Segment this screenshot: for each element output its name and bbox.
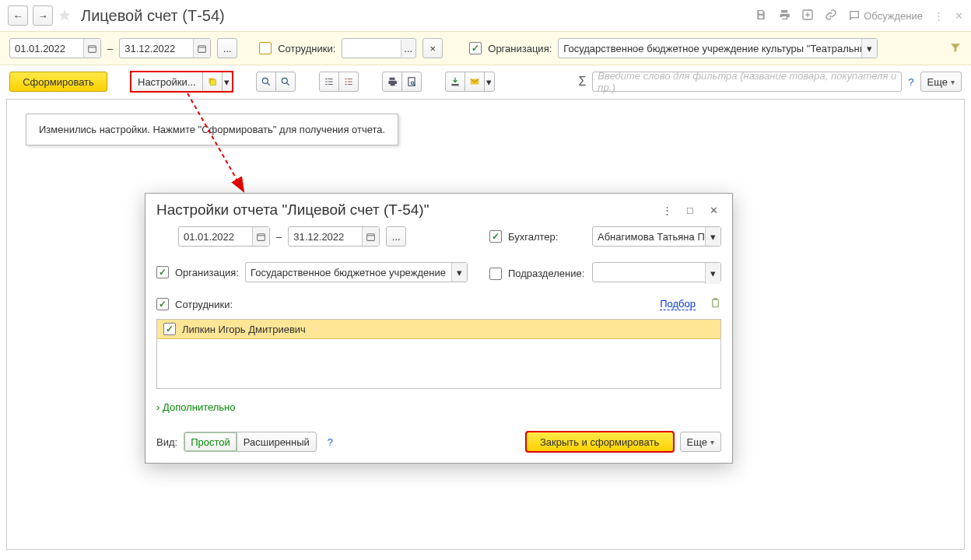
save-icon[interactable]	[755, 9, 767, 23]
settings-button-group: Настройки... ▾	[131, 72, 233, 92]
close-icon[interactable]: ✕	[955, 10, 963, 22]
date-from-field[interactable]: 01.01.2022	[9, 38, 101, 58]
ellipsis-icon[interactable]: ...	[401, 40, 415, 57]
settings-button[interactable]: Настройки...	[131, 72, 203, 92]
employees-field[interactable]: ...	[342, 38, 416, 58]
expand-more-link[interactable]: › Дополнительно	[156, 401, 236, 413]
dlg-dep-value[interactable]	[592, 262, 721, 282]
dlg-date-to-field[interactable]: 31.12.2022	[288, 226, 380, 247]
employees-label: Сотрудники:	[278, 43, 335, 54]
email-caret-button[interactable]: ▾	[484, 72, 495, 92]
dlg-acc-field[interactable]: Абнагимова Татьяна Пет ▾	[592, 226, 721, 247]
help-icon[interactable]: ?	[328, 436, 333, 448]
employees-table[interactable]: Липкин Игорь Дмитриевич	[156, 319, 721, 389]
dialog-footer: Вид: Простой Расширенный ? Закрыть и сфо…	[145, 425, 732, 463]
view-toggle: Простой Расширенный	[184, 432, 317, 452]
dlg-org-value[interactable]: Государственное бюджетное учреждение	[245, 262, 468, 282]
info-message: Изменились настройки. Нажмите "Сформиров…	[26, 114, 398, 145]
dlg-acc-checkbox[interactable]	[489, 230, 502, 243]
org-checkbox[interactable]	[469, 42, 482, 54]
date-to-field[interactable]: 31.12.2022	[119, 38, 211, 58]
calendar-icon[interactable]	[252, 227, 269, 246]
org-value[interactable]: Государственное бюджетное учреждение кул…	[558, 38, 878, 58]
discuss-icon[interactable]: Обсуждение	[848, 9, 923, 22]
maximize-icon[interactable]: □	[682, 202, 698, 218]
sigma-icon[interactable]: Σ	[578, 75, 586, 89]
employee-row-checkbox[interactable]	[163, 323, 176, 335]
nav-back-button[interactable]: ←	[8, 5, 28, 26]
svg-rect-13	[713, 299, 719, 307]
settings-dialog: Настройки отчета "Лицевой счет (Т-54)" ⋮…	[145, 193, 733, 464]
help-icon[interactable]: ?	[908, 76, 913, 88]
dlg-org-label: Организация:	[175, 267, 239, 278]
date-dash: –	[107, 43, 113, 54]
print-button[interactable]	[382, 72, 402, 92]
calendar-icon[interactable]	[83, 39, 100, 58]
find-button[interactable]	[256, 72, 276, 92]
dlg-org-field[interactable]: Государственное бюджетное учреждение ▾	[245, 262, 468, 282]
dlg-acc-label: Бухгалтер:	[508, 231, 586, 243]
nav-forward-button[interactable]: →	[33, 5, 53, 26]
kebab-icon[interactable]: ⋮	[934, 10, 944, 22]
calendar-icon[interactable]	[362, 227, 379, 246]
link-icon[interactable]	[825, 9, 837, 23]
caret-down-icon[interactable]: ▾	[451, 263, 467, 282]
paste-icon[interactable]	[710, 297, 721, 311]
view-simple-button[interactable]: Простой	[184, 432, 237, 452]
page-title: Лицевой счет (Т-54)	[81, 7, 225, 25]
view-label: Вид:	[156, 436, 177, 448]
svg-rect-2	[198, 45, 206, 52]
kebab-icon[interactable]: ⋮	[659, 202, 675, 218]
caret-down-icon[interactable]: ▾	[705, 227, 720, 246]
filter-row: 01.01.2022 – 31.12.2022 ... Сотрудники: …	[0, 31, 971, 65]
print-icon[interactable]	[778, 9, 790, 23]
form-button[interactable]: Сформировать	[9, 72, 107, 92]
dialog-header: Настройки отчета "Лицевой счет (Т-54)" ⋮…	[145, 194, 732, 223]
close-icon[interactable]: ✕	[706, 202, 721, 218]
dlg-org-checkbox[interactable]	[156, 266, 169, 278]
date-dash: –	[276, 231, 282, 243]
preview-button[interactable]	[401, 72, 422, 92]
header-actions: Обсуждение ⋮ ✕	[755, 9, 963, 23]
dlg-dep-checkbox[interactable]	[489, 268, 502, 280]
settings-caret-button[interactable]: ▾	[222, 72, 233, 92]
discuss-label: Обсуждение	[864, 10, 923, 22]
expand-groups-button[interactable]	[338, 72, 359, 92]
svg-rect-12	[367, 233, 375, 240]
dlg-emp-checkbox[interactable]	[156, 298, 169, 310]
svg-rect-14	[714, 298, 717, 300]
dlg-date-from-field[interactable]: 01.01.2022	[178, 226, 270, 247]
org-label: Организация:	[488, 43, 552, 54]
refresh-button[interactable]	[275, 72, 296, 92]
email-button[interactable]	[464, 72, 485, 92]
dialog-title: Настройки отчета "Лицевой счет (Т-54)"	[156, 201, 651, 219]
close-and-form-button[interactable]: Закрыть и сформировать	[526, 432, 674, 452]
dlg-dep-field[interactable]: ▾	[592, 262, 721, 285]
save-to-file-button[interactable]	[445, 72, 465, 92]
collapse-groups-button[interactable]	[319, 72, 339, 92]
star-icon[interactable]	[58, 9, 72, 23]
dlg-date-ellipsis-button[interactable]: ...	[386, 226, 406, 247]
more-button[interactable]: Еще	[920, 72, 962, 92]
settings-variants-button[interactable]	[202, 72, 223, 92]
report-filter-icon[interactable]	[949, 41, 962, 56]
dlg-acc-value[interactable]: Абнагимова Татьяна Пет	[592, 226, 721, 247]
org-field[interactable]: Государственное бюджетное учреждение кул…	[558, 38, 878, 58]
date-ellipsis-button[interactable]: ...	[217, 38, 237, 58]
svg-rect-1	[89, 45, 96, 52]
svg-rect-11	[258, 233, 265, 240]
svg-point-5	[262, 78, 268, 83]
view-extended-button[interactable]: Расширенный	[237, 432, 317, 452]
quick-filter-input[interactable]: Введите слово для фильтра (название това…	[592, 72, 902, 92]
dlg-dep-label: Подразделение:	[508, 268, 586, 279]
employee-row[interactable]: Липкин Игорь Дмитриевич	[157, 320, 720, 339]
caret-down-icon[interactable]: ▾	[861, 39, 877, 58]
export-icon[interactable]	[801, 9, 814, 23]
employees-clear-button[interactable]: ×	[422, 38, 443, 58]
pick-link[interactable]: Подбор	[660, 298, 696, 310]
caret-down-icon[interactable]: ▾	[705, 263, 720, 284]
employees-checkbox[interactable]	[259, 42, 272, 54]
dlg-more-button[interactable]: Еще	[680, 432, 721, 452]
dlg-emp-label: Сотрудники:	[175, 299, 233, 310]
calendar-icon[interactable]	[193, 39, 210, 58]
